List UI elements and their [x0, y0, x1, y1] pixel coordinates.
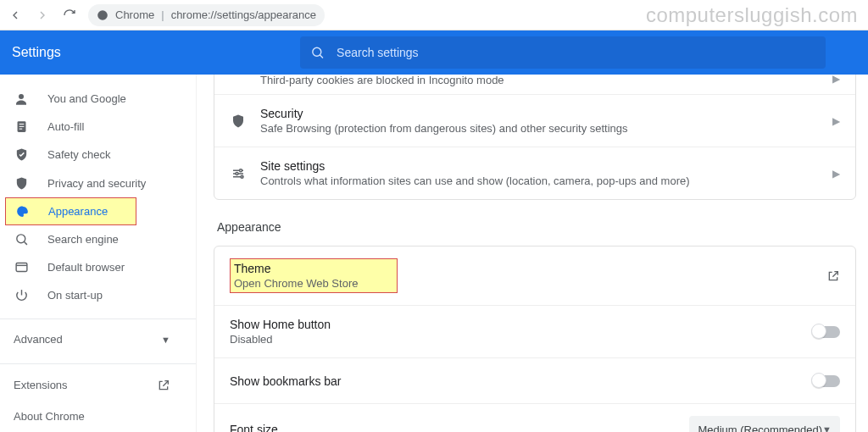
sidebar-item-safety-check[interactable]: Safety check [0, 141, 186, 169]
chevron-right-icon: ▶ [832, 75, 840, 85]
shield-check-icon [14, 147, 29, 163]
site-label: Chrome [115, 8, 154, 21]
sidebar-item-label: Default browser [47, 261, 125, 274]
svg-point-9 [240, 169, 242, 171]
search-icon [14, 232, 29, 247]
person-icon [14, 91, 29, 107]
chevron-down-icon: ▼ [161, 335, 170, 345]
forward-button[interactable] [34, 7, 51, 24]
main-panel: Third-party cookies are blocked in Incog… [197, 75, 868, 432]
url-text: chrome://settings/appearance [171, 8, 316, 21]
clipboard-icon [14, 119, 29, 135]
back-button[interactable] [7, 7, 24, 24]
chevron-right-icon: ▶ [832, 115, 840, 127]
sidebar-item-search-engine[interactable]: Search engine [0, 225, 186, 253]
sidebar-item-label: Privacy and security [47, 177, 146, 190]
privacy-card: Third-party cookies are blocked in Incog… [214, 75, 856, 200]
theme-highlight: Theme Open Chrome Web Store [230, 258, 398, 293]
settings-header: Settings [0, 30, 868, 75]
svg-point-2 [19, 94, 24, 99]
sidebar-item-autofill[interactable]: Auto-fill [0, 113, 186, 141]
sidebar-item-appearance[interactable]: Appearance [5, 197, 136, 225]
palette-icon [14, 203, 30, 219]
open-external-icon [157, 379, 170, 392]
svg-point-1 [313, 47, 321, 56]
svg-rect-4 [19, 124, 24, 125]
address-bar[interactable]: Chrome | chrome://settings/appearance [88, 4, 325, 26]
divider [0, 318, 196, 319]
font-size-row: Font size Medium (Recommended) ▼ [214, 403, 855, 432]
home-toggle[interactable] [813, 326, 840, 338]
sidebar-advanced[interactable]: Advanced ▼ [0, 324, 196, 355]
sidebar-extensions[interactable]: Extensions [0, 369, 196, 401]
sidebar-item-label: Auto-fill [47, 120, 84, 133]
site-settings-row[interactable]: Site settings Controls what information … [214, 147, 855, 199]
chevron-right-icon: ▶ [832, 168, 840, 180]
sidebar-about-chrome[interactable]: About Chrome [0, 401, 196, 432]
search-icon [310, 45, 325, 60]
shield-icon [230, 113, 247, 130]
search-settings[interactable] [300, 36, 826, 69]
theme-row[interactable]: Theme Open Chrome Web Store [214, 246, 855, 305]
open-external-icon [826, 269, 840, 283]
sidebar-item-label: You and Google [47, 92, 126, 105]
sidebar-item-label: On start-up [47, 289, 103, 302]
font-size-select[interactable]: Medium (Recommended) ▼ [689, 416, 840, 432]
sidebar-item-startup[interactable]: On start-up [0, 281, 186, 309]
divider [0, 363, 196, 364]
sidebar: You and Google Auto-fill Safety check Pr… [0, 75, 197, 432]
svg-point-7 [16, 235, 25, 243]
reload-button[interactable] [61, 7, 78, 24]
cookies-row-partial[interactable]: Third-party cookies are blocked in Incog… [214, 75, 855, 94]
caret-down-icon: ▼ [822, 424, 832, 432]
sidebar-item-you-and-google[interactable]: You and Google [0, 85, 186, 113]
svg-rect-5 [19, 126, 24, 127]
sidebar-item-label: Appearance [48, 205, 108, 218]
chrome-icon [97, 9, 108, 21]
sidebar-item-label: Safety check [47, 148, 110, 161]
bookmarks-bar-row: Show bookmarks bar [214, 357, 855, 403]
sliders-icon [230, 165, 247, 182]
search-input[interactable] [337, 46, 815, 59]
security-row[interactable]: Security Safe Browsing (protection from … [214, 94, 855, 147]
sidebar-item-label: Search engine [47, 233, 119, 246]
shield-icon [14, 175, 29, 191]
browser-toolbar: Chrome | chrome://settings/appearance [0, 0, 868, 30]
svg-point-0 [97, 10, 108, 20]
settings-title: Settings [12, 45, 300, 60]
browser-icon [14, 260, 29, 275]
bookmarks-toggle[interactable] [813, 375, 840, 387]
svg-rect-6 [19, 129, 22, 130]
svg-rect-8 [16, 263, 27, 272]
home-button-row: Show Home button Disabled [214, 305, 855, 357]
appearance-section-title: Appearance [217, 220, 853, 234]
power-icon [14, 288, 29, 303]
sidebar-item-privacy[interactable]: Privacy and security [0, 169, 186, 197]
appearance-card: Theme Open Chrome Web Store Show Home bu… [214, 246, 856, 432]
svg-point-10 [236, 172, 238, 174]
sidebar-item-default-browser[interactable]: Default browser [0, 253, 186, 281]
